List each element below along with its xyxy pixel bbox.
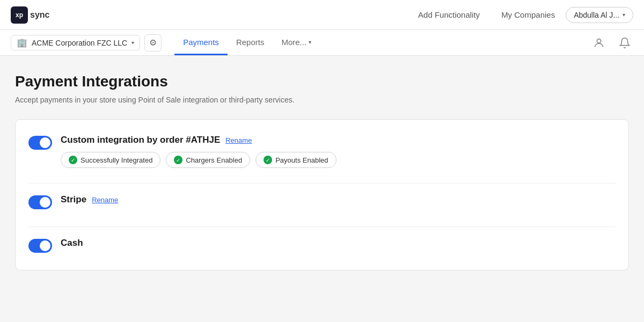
nav-links: Add Functionality My Companies: [418, 10, 555, 19]
top-nav: xp sync Add Functionality My Companies A…: [0, 0, 644, 30]
notifications-icon-button[interactable]: [616, 34, 633, 52]
custom-integration-badges: ✓ Successfully Integrated ✓ Chargers Ena…: [61, 152, 616, 168]
cash-info: Cash: [61, 238, 616, 255]
company-name: ACME Corporation FZC LLC: [32, 39, 127, 47]
custom-integration-info: Custom integration by order #ATHJE Renam…: [61, 135, 616, 168]
cash-toggle[interactable]: [28, 239, 52, 253]
badge-chargers-enabled: ✓ Chargers Enabled: [166, 152, 250, 168]
user-icon-button[interactable]: [590, 34, 608, 52]
page-description: Accept payments in your store using Poin…: [15, 96, 629, 104]
more-chevron-icon: ▾: [309, 39, 311, 45]
check-icon: ✓: [69, 156, 77, 164]
stripe-toggle[interactable]: [28, 195, 52, 209]
badge-payouts-enabled: ✓ Payouts Enabled: [255, 152, 336, 168]
company-selector[interactable]: 🏢 ACME Corporation FZC LLC ▾: [11, 35, 140, 50]
check-icon: ✓: [264, 156, 272, 164]
divider-2: [28, 226, 616, 227]
svg-point-0: [597, 39, 601, 42]
stripe-rename-link[interactable]: Rename: [92, 196, 118, 204]
custom-integration-name: Custom integration by order #ATHJE: [61, 135, 220, 145]
integrations-card: Custom integration by order #ATHJE Renam…: [15, 119, 629, 270]
stripe-name: Stripe: [61, 194, 86, 205]
badge-label: Payouts Enabled: [275, 156, 328, 164]
user-name-label: Abdulla Al J...: [574, 11, 619, 19]
check-icon: ✓: [174, 156, 182, 164]
user-chevron-icon: ▾: [623, 12, 625, 18]
main-content: Payment Integrations Accept payments in …: [0, 56, 644, 288]
stripe-info: Stripe Rename: [61, 194, 616, 211]
sub-nav-tabs: Payments Reports More... ▾: [174, 30, 320, 55]
custom-rename-link[interactable]: Rename: [225, 136, 252, 144]
tab-reports[interactable]: Reports: [228, 30, 273, 55]
custom-integration-toggle[interactable]: [28, 136, 52, 150]
logo-icon-text: xp: [16, 11, 23, 19]
integration-row-stripe: Stripe Rename: [28, 194, 616, 211]
integration-row-cash: Cash: [28, 238, 616, 255]
badge-successfully-integrated: ✓ Successfully Integrated: [61, 152, 160, 168]
cash-name: Cash: [61, 238, 83, 248]
user-menu-button[interactable]: Abdulla Al J... ▾: [566, 7, 633, 23]
integration-row-custom: Custom integration by order #ATHJE Renam…: [28, 135, 616, 168]
divider-1: [28, 183, 616, 184]
logo-text: sync: [30, 10, 49, 20]
company-chevron-icon: ▾: [131, 40, 134, 46]
tab-payments[interactable]: Payments: [174, 30, 228, 55]
company-icon: 🏢: [17, 38, 27, 48]
badge-label: Chargers Enabled: [186, 156, 242, 164]
badge-label: Successfully Integrated: [80, 156, 152, 164]
stripe-header: Stripe Rename: [61, 194, 616, 205]
tab-more[interactable]: More... ▾: [273, 30, 320, 55]
page-title: Payment Integrations: [15, 73, 629, 90]
sub-nav-right: [590, 34, 633, 52]
add-functionality-link[interactable]: Add Functionality: [418, 10, 480, 19]
logo: xp sync: [11, 6, 49, 24]
custom-integration-header: Custom integration by order #ATHJE Renam…: [61, 135, 616, 145]
sub-nav: 🏢 ACME Corporation FZC LLC ▾ ⚙ Payments …: [0, 30, 644, 56]
my-companies-link[interactable]: My Companies: [501, 10, 555, 19]
cash-header: Cash: [61, 238, 616, 248]
settings-button[interactable]: ⚙: [144, 34, 162, 52]
logo-icon: xp: [11, 6, 28, 24]
